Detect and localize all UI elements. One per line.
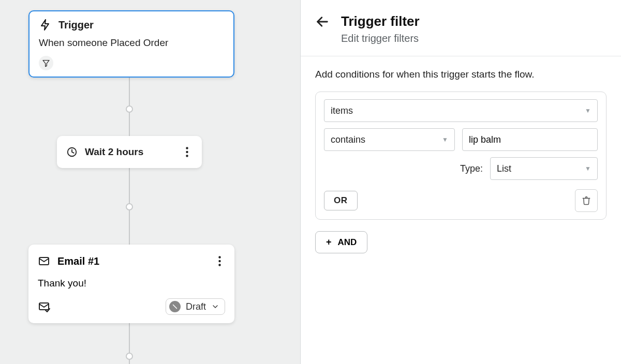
chevron-down-icon: ▼ (442, 136, 448, 143)
trigger-title: Trigger (58, 19, 94, 31)
connector-dot[interactable] (126, 353, 133, 360)
filter-panel: Trigger filter Edit trigger filters Add … (301, 0, 621, 364)
type-label: Type: (460, 163, 483, 174)
mail-icon (38, 255, 50, 267)
connector-dot[interactable] (126, 105, 133, 113)
email-card[interactable]: Email #1 Thank you! Draft (28, 245, 234, 323)
more-icon[interactable] (182, 145, 193, 159)
field-select-value: items (331, 105, 353, 116)
delete-condition-button[interactable] (575, 189, 598, 212)
svg-rect-9 (39, 303, 49, 310)
plus-icon: + (326, 237, 332, 248)
and-button[interactable]: + AND (315, 231, 367, 253)
connector-dot[interactable] (126, 203, 133, 210)
lightning-icon (39, 19, 51, 31)
value-input[interactable] (462, 128, 598, 151)
trigger-description: When someone Placed Order (39, 37, 224, 49)
type-select-value: List (497, 163, 511, 174)
chevron-down-icon: ▼ (585, 165, 591, 172)
more-icon[interactable] (214, 254, 225, 268)
clock-icon (66, 146, 78, 158)
trash-icon (582, 196, 591, 205)
operator-select[interactable]: contains ▼ (324, 128, 455, 151)
back-button[interactable] (315, 13, 330, 29)
chevron-down-icon (211, 302, 219, 311)
and-label: AND (338, 237, 357, 248)
svg-point-8 (218, 264, 220, 266)
svg-line-10 (173, 305, 176, 309)
value-input-field[interactable] (469, 134, 591, 145)
or-button[interactable]: OR (324, 191, 358, 210)
wait-card[interactable]: Wait 2 hours (57, 136, 202, 168)
email-subject: Thank you! (38, 278, 225, 289)
wait-label: Wait 2 hours (85, 146, 143, 158)
operator-select-value: contains (331, 134, 365, 145)
status-select[interactable]: Draft (166, 298, 225, 315)
draft-dot-icon (169, 301, 181, 312)
filter-icon[interactable] (39, 56, 53, 70)
panel-hint: Add conditions for when this trigger sta… (315, 69, 607, 80)
chevron-down-icon: ▼ (585, 107, 591, 114)
svg-marker-0 (43, 60, 49, 67)
svg-point-3 (186, 151, 188, 153)
mail-check-icon[interactable] (38, 300, 50, 313)
field-select[interactable]: items ▼ (324, 99, 598, 122)
email-title: Email #1 (57, 255, 99, 267)
type-select[interactable]: List ▼ (490, 157, 598, 180)
trigger-card[interactable]: Trigger When someone Placed Order (28, 10, 234, 78)
flow-canvas: Trigger When someone Placed Order Wait 2… (0, 0, 301, 364)
svg-point-2 (186, 147, 188, 149)
svg-point-7 (218, 260, 220, 262)
panel-title: Trigger filter (341, 13, 420, 29)
svg-point-4 (186, 155, 188, 157)
panel-subtitle: Edit trigger filters (341, 33, 420, 44)
condition-group: items ▼ contains ▼ Type: List ▼ (315, 92, 607, 220)
status-label: Draft (186, 301, 206, 312)
svg-point-6 (218, 256, 220, 258)
